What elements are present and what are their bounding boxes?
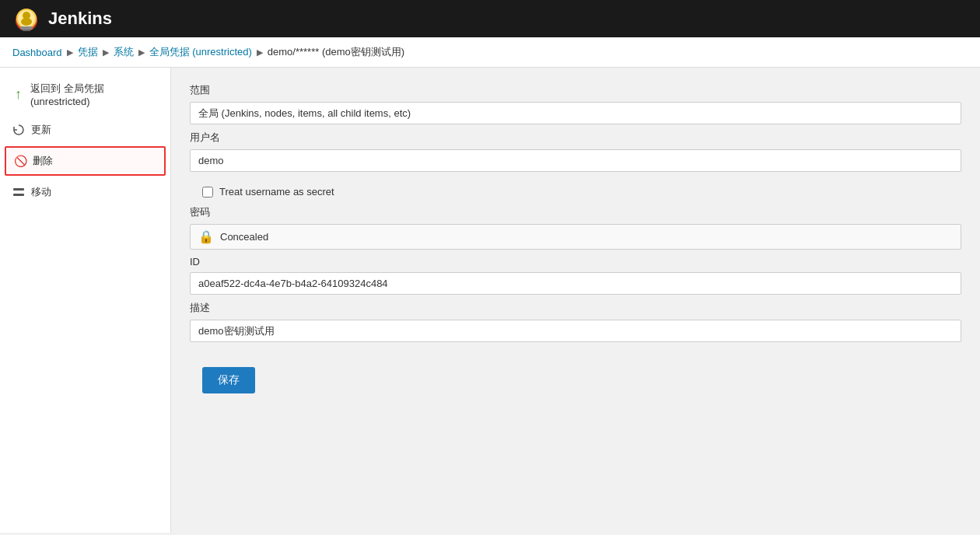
main-layout: ↑ 返回到 全局凭据 (unrestricted) 更新 🚫 删除 bbox=[0, 68, 980, 533]
breadcrumb-sep-3: ▶ bbox=[138, 47, 145, 58]
sidebar-item-move[interactable]: 移动 bbox=[0, 177, 170, 207]
svg-rect-8 bbox=[13, 194, 24, 196]
sidebar-item-update[interactable]: 更新 bbox=[0, 115, 170, 145]
breadcrumb: Dashboard ▶ 凭据 ▶ 系统 ▶ 全局凭据 (unrestricted… bbox=[0, 37, 980, 68]
password-label: 密码 bbox=[190, 205, 961, 219]
description-input[interactable] bbox=[190, 320, 961, 342]
svg-rect-7 bbox=[13, 188, 24, 191]
username-input[interactable] bbox=[190, 149, 961, 172]
id-input[interactable] bbox=[190, 272, 961, 295]
breadcrumb-sep-1: ▶ bbox=[67, 47, 73, 58]
back-arrow-icon: ↑ bbox=[12, 89, 24, 101]
save-button[interactable]: 保存 bbox=[202, 367, 255, 393]
sidebar: ↑ 返回到 全局凭据 (unrestricted) 更新 🚫 删除 bbox=[0, 68, 171, 533]
breadcrumb-system[interactable]: 系统 bbox=[114, 45, 134, 59]
sidebar-item-delete-label: 删除 bbox=[33, 154, 53, 168]
sidebar-item-back-label: 返回到 全局凭据 (unrestricted) bbox=[30, 82, 158, 107]
breadcrumb-current: demo/****** (demo密钥测试用) bbox=[268, 45, 404, 59]
treat-username-row: Treat username as secret bbox=[190, 178, 961, 205]
treat-username-checkbox[interactable] bbox=[202, 187, 213, 198]
app-header: Jenkins bbox=[0, 0, 980, 37]
svg-rect-6 bbox=[23, 30, 30, 31]
breadcrumb-global-credentials[interactable]: 全局凭据 (unrestricted) bbox=[149, 45, 252, 59]
sidebar-item-back[interactable]: ↑ 返回到 全局凭据 (unrestricted) bbox=[0, 74, 170, 115]
svg-point-4 bbox=[21, 18, 32, 26]
main-content: 范围 用户名 Treat username as secret 密码 🔒 Con… bbox=[171, 68, 980, 533]
breadcrumb-sep-4: ▶ bbox=[257, 47, 263, 58]
scope-label: 范围 bbox=[190, 83, 961, 97]
breadcrumb-sep-2: ▶ bbox=[103, 47, 109, 58]
breadcrumb-credentials[interactable]: 凭据 bbox=[78, 45, 98, 59]
jenkins-logo-icon bbox=[12, 5, 40, 33]
treat-username-label[interactable]: Treat username as secret bbox=[219, 186, 334, 198]
scope-input[interactable] bbox=[190, 102, 961, 124]
breadcrumb-dashboard[interactable]: Dashboard bbox=[12, 47, 62, 58]
delete-icon: 🚫 bbox=[14, 155, 26, 167]
sidebar-item-update-label: 更新 bbox=[31, 123, 51, 137]
password-field: 🔒 Concealed bbox=[190, 224, 961, 250]
app-title: Jenkins bbox=[48, 9, 112, 29]
lock-icon: 🔒 bbox=[198, 229, 214, 244]
move-icon bbox=[12, 186, 25, 198]
svg-rect-5 bbox=[20, 26, 33, 30]
username-label: 用户名 bbox=[190, 131, 961, 145]
concealed-text: Concealed bbox=[220, 231, 268, 243]
description-label: 描述 bbox=[190, 301, 961, 315]
sidebar-item-move-label: 移动 bbox=[31, 185, 51, 199]
id-label: ID bbox=[190, 256, 961, 268]
logo-area: Jenkins bbox=[12, 5, 112, 33]
update-icon bbox=[12, 124, 25, 136]
sidebar-item-delete[interactable]: 🚫 删除 bbox=[5, 146, 166, 176]
